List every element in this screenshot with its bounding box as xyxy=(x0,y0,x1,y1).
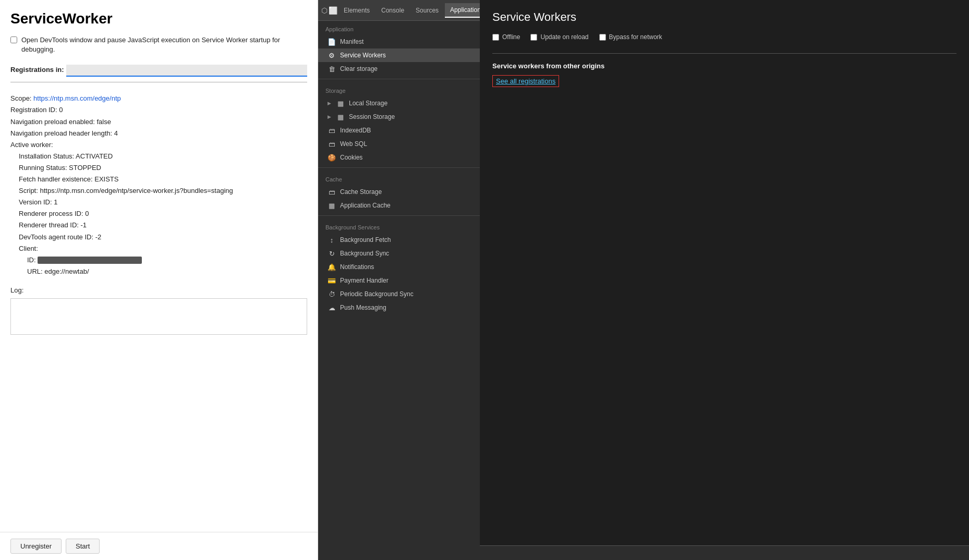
sidebar-item-indexeddb-label: IndexedDB xyxy=(340,127,371,134)
service-worker-detail-panel: ServiceWorker Open DevTools window and p… xyxy=(0,0,318,560)
sidebar-item-clear-storage[interactable]: 🗑 Clear storage xyxy=(318,62,480,76)
divider-2 xyxy=(318,167,480,168)
cache-storage-icon: 🗃 xyxy=(328,188,336,196)
see-all-registrations-link[interactable]: See all registrations xyxy=(492,75,559,87)
device-icon[interactable]: ⬜ xyxy=(329,3,337,18)
scope-link[interactable]: https://ntp.msn.com/edge/ntp xyxy=(33,94,121,102)
sidebar-item-cookies[interactable]: 🍪 Cookies xyxy=(318,151,480,164)
sidebar-item-push-messaging[interactable]: ☁ Push Messaging xyxy=(318,301,480,314)
sidebar-item-cache-storage[interactable]: 🗃 Cache Storage xyxy=(318,185,480,199)
arrow-local-storage: ▶ xyxy=(328,101,331,106)
sidebar-item-manifest-label: Manifest xyxy=(340,38,364,45)
sidebar-item-push-messaging-label: Push Messaging xyxy=(340,304,386,311)
scope-line: Scope: https://ntp.msn.com/edge/ntp xyxy=(10,93,307,104)
offline-option: Offline xyxy=(492,33,520,41)
client-label: Client: xyxy=(19,243,307,254)
indexeddb-icon: 🗃 xyxy=(328,126,336,135)
sidebar-item-bg-sync[interactable]: ↻ Background Sync xyxy=(318,247,480,260)
bg-fetch-icon: ↕ xyxy=(328,236,336,244)
sidebar-item-local-storage[interactable]: ▶ ▦ Local Storage xyxy=(318,96,480,110)
manifest-icon: 📄 xyxy=(328,38,336,46)
tab-console[interactable]: Console xyxy=(376,4,409,17)
sidebar-item-periodic-bg-sync-label: Periodic Background Sync xyxy=(340,290,414,298)
log-label: Log: xyxy=(10,285,307,296)
install-status: Installation Status: ACTIVATED xyxy=(19,151,307,162)
sidebar-item-web-sql-label: Web SQL xyxy=(340,140,367,148)
bypass-network-option: Bypass for network xyxy=(599,33,662,41)
sidebar-item-application-cache[interactable]: ▦ Application Cache xyxy=(318,199,480,212)
bottom-buttons: Unregister Start xyxy=(0,532,318,560)
other-origins-title: Service workers from other origins xyxy=(492,62,956,70)
session-storage-icon: ▦ xyxy=(336,113,345,121)
bottom-search-input[interactable] xyxy=(485,550,964,557)
bypass-network-label: Bypass for network xyxy=(609,33,662,41)
web-sql-icon: 🗃 xyxy=(328,140,336,148)
sidebar-item-application-cache-label: Application Cache xyxy=(340,202,391,209)
panel-title: Service Workers xyxy=(492,10,956,24)
script-url: Script: https://ntp.msn.com/edge/ntp/ser… xyxy=(19,185,307,197)
section-application-label: Application xyxy=(318,21,480,35)
periodic-bg-sync-icon: ⏱ xyxy=(328,290,336,298)
sidebar-item-notifications-label: Notifications xyxy=(340,263,374,271)
start-button[interactable]: Start xyxy=(66,539,100,554)
renderer-process: Renderer process ID: 0 xyxy=(19,208,307,220)
tab-elements[interactable]: Elements xyxy=(338,4,375,17)
debug-checkbox[interactable] xyxy=(10,36,17,43)
debug-checkbox-label: Open DevTools window and pause JavaScrip… xyxy=(21,35,307,54)
application-cache-icon: ▦ xyxy=(328,201,336,210)
devtools-nav: Application 📄 Manifest ⚙ Service Workers… xyxy=(318,21,480,560)
bypass-network-checkbox[interactable] xyxy=(599,34,606,41)
sidebar-item-notifications[interactable]: 🔔 Notifications xyxy=(318,260,480,274)
sidebar-item-payment-handler[interactable]: 💳 Payment Handler xyxy=(318,274,480,287)
right-panel: Service Workers Offline Update on reload… xyxy=(480,0,969,560)
devtools-agent: DevTools agent route ID: -2 xyxy=(19,232,307,243)
info-block: Scope: https://ntp.msn.com/edge/ntp Regi… xyxy=(10,93,307,338)
sidebar-item-indexeddb[interactable]: 🗃 IndexedDB xyxy=(318,124,480,137)
divider-1 xyxy=(318,79,480,79)
log-textarea[interactable] xyxy=(10,298,307,335)
offline-label: Offline xyxy=(502,33,520,41)
update-on-reload-checkbox[interactable] xyxy=(530,34,537,41)
fetch-handler: Fetch handler existence: EXISTS xyxy=(19,174,307,185)
tab-sources[interactable]: Sources xyxy=(410,4,444,17)
running-status: Running Status: STOPPED xyxy=(19,162,307,174)
sidebar-item-payment-handler-label: Payment Handler xyxy=(340,277,389,284)
sidebar-item-bg-fetch-label: Background Fetch xyxy=(340,236,391,244)
clear-storage-icon: 🗑 xyxy=(328,65,336,73)
nav-preload: Navigation preload enabled: false xyxy=(10,116,307,128)
sidebar-item-manifest[interactable]: 📄 Manifest xyxy=(318,35,480,48)
sidebar-item-service-workers[interactable]: ⚙ Service Workers xyxy=(318,48,480,62)
other-origins-section: Service workers from other origins See a… xyxy=(492,53,956,87)
divider-3 xyxy=(318,215,480,216)
update-on-reload-option: Update on reload xyxy=(530,33,588,41)
nav-preload-header: Navigation preload header length: 4 xyxy=(10,128,307,139)
section-storage-label: Storage xyxy=(318,82,480,96)
client-id: ID: xyxy=(27,254,307,266)
section-cache-label: Cache xyxy=(318,171,480,185)
version-id: Version ID: 1 xyxy=(19,197,307,208)
sidebar-item-cache-storage-label: Cache Storage xyxy=(340,188,382,196)
devtools-header-row: ⬡ ⬜ Elements Console Sources Application… xyxy=(318,0,480,21)
sidebar-item-bg-fetch[interactable]: ↕ Background Fetch xyxy=(318,233,480,247)
bg-sync-icon: ↻ xyxy=(328,249,336,258)
service-workers-icon: ⚙ xyxy=(328,51,336,59)
payment-handler-icon: 💳 xyxy=(328,276,336,285)
unregister-button[interactable]: Unregister xyxy=(10,539,62,554)
client-url: URL: edge://newtab/ xyxy=(27,266,307,277)
sidebar-item-local-storage-label: Local Storage xyxy=(349,100,387,107)
registrations-row: Registrations in: xyxy=(10,65,307,82)
worker-details: Installation Status: ACTIVATED Running S… xyxy=(10,151,307,277)
right-panel-content: Service Workers Offline Update on reload… xyxy=(480,0,969,545)
sw-title: ServiceWorker xyxy=(10,10,307,27)
cursor-icon[interactable]: ⬡ xyxy=(321,3,328,18)
sidebar-item-bg-sync-label: Background Sync xyxy=(340,250,389,257)
sidebar-item-web-sql[interactable]: 🗃 Web SQL xyxy=(318,137,480,151)
active-worker-label: Active worker: xyxy=(10,139,307,151)
sidebar-item-periodic-bg-sync[interactable]: ⏱ Periodic Background Sync xyxy=(318,287,480,301)
section-bg-services-label: Background Services xyxy=(318,219,480,233)
offline-checkbox[interactable] xyxy=(492,34,499,41)
cookies-icon: 🍪 xyxy=(328,153,336,162)
sidebar-item-session-storage[interactable]: ▶ ▦ Session Storage xyxy=(318,110,480,124)
renderer-thread: Renderer thread ID: -1 xyxy=(19,220,307,231)
registrations-input[interactable] xyxy=(66,65,307,77)
